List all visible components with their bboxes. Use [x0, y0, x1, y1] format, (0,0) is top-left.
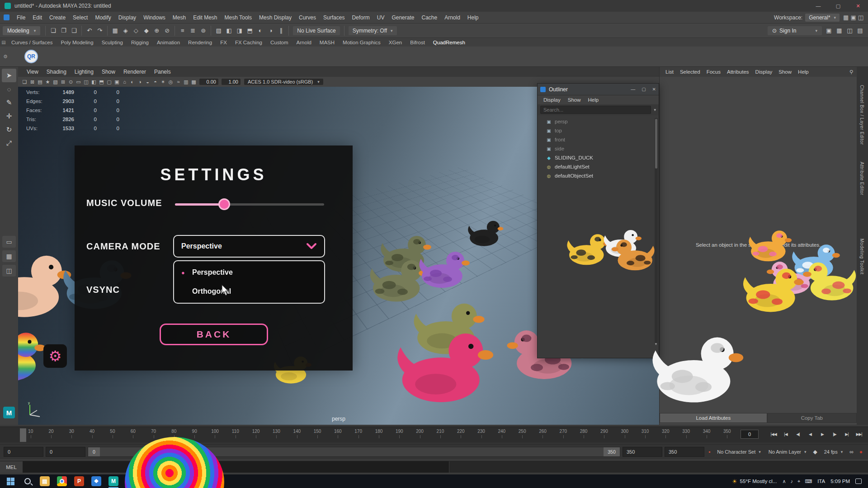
panel-menu-renderer[interactable]: Renderer	[119, 69, 150, 75]
rotate-tool[interactable]: ↻	[2, 123, 16, 136]
attr-menu-list[interactable]: List	[662, 69, 677, 75]
workspace-layout-icon[interactable]: ▦	[842, 14, 849, 21]
sign-in-button[interactable]: ⊙ Sign In ▾	[768, 26, 822, 35]
ambient-occlusion-icon[interactable]: ◒	[144, 78, 151, 86]
menu-surfaces[interactable]: Surfaces	[320, 14, 348, 21]
shadows-icon[interactable]: ◑	[136, 78, 144, 86]
attr-menu-focus[interactable]: Focus	[703, 69, 724, 75]
oversampling-icon[interactable]: ⊙	[67, 78, 75, 86]
range-end-handle[interactable]: 350	[604, 447, 620, 456]
safe-title-icon[interactable]: ▣	[113, 78, 121, 86]
outliner-maximize-button[interactable]: ▢	[642, 87, 646, 92]
menu-deform[interactable]: Deform	[348, 14, 373, 21]
snap-to-view-planes-icon[interactable]: ⊕	[151, 25, 162, 36]
select-tool[interactable]: ➤	[2, 69, 16, 82]
shelf-tab-bifrost[interactable]: Bifrost	[406, 40, 429, 45]
pin-icon[interactable]: ⚲	[849, 69, 853, 75]
taskbar-app-photos[interactable]: ❖	[88, 474, 105, 488]
shelf-tab-quadremesh[interactable]: QuadRemesh	[429, 40, 469, 45]
microphone-icon[interactable]: ⌖	[797, 479, 800, 484]
make-live-icon[interactable]: ⊘	[162, 25, 172, 36]
taskbar-app-maya[interactable]: M	[105, 474, 122, 488]
copy-tab-button[interactable]: Copy Tab	[767, 413, 857, 423]
outliner-menu-display[interactable]: Display	[540, 97, 564, 103]
snap-to-curves-icon[interactable]: ◈	[120, 25, 131, 36]
attr-menu-help[interactable]: Help	[795, 69, 812, 75]
taskbar-app-file-explorer[interactable]: ▤	[36, 474, 53, 488]
snap-to-grids-icon[interactable]: ▦	[110, 25, 120, 36]
panel-menu-panels[interactable]: Panels	[150, 69, 175, 75]
playback-end-field[interactable]: 350	[623, 447, 662, 457]
pause-viewport-icon[interactable]: ∥	[276, 25, 286, 36]
workspace-select[interactable]: General*▾	[805, 14, 840, 22]
snap-to-projected-center-icon[interactable]: ◆	[141, 25, 151, 36]
minimize-button[interactable]: —	[808, 0, 828, 12]
camera-mode-option-orthogonal[interactable]: Orthogonal	[174, 282, 324, 301]
menu-file[interactable]: File	[13, 14, 29, 21]
motion-blur-icon[interactable]: ◓	[151, 78, 159, 86]
two-pane-layout[interactable]: ◫	[2, 265, 16, 277]
outliner-close-button[interactable]: ✕	[652, 87, 656, 92]
layout-four-icon[interactable]: ▦	[834, 25, 844, 36]
side-tab-modeling-toolkit[interactable]: Modeling Toolkit	[859, 239, 864, 275]
outliner-item-sliding-duck[interactable]: ◆ SLIDING_DUCK	[538, 153, 659, 162]
gamma-field[interactable]: 1.00	[222, 79, 241, 85]
menu-windows[interactable]: Windows	[140, 14, 169, 21]
paint-select-tool[interactable]: ✎	[2, 96, 16, 109]
attr-menu-selected[interactable]: Selected	[677, 69, 703, 75]
menu-help[interactable]: Help	[464, 14, 482, 21]
panel-menu-view[interactable]: View	[23, 69, 42, 75]
playback-loop-icon[interactable]: ∞	[848, 449, 855, 455]
outliner-item-front[interactable]: ▣ front	[538, 135, 659, 144]
panel-menu-lighting[interactable]: Lighting	[71, 69, 98, 75]
chevron-down-icon[interactable]: ▾	[654, 108, 656, 112]
attr-menu-display[interactable]: Display	[752, 69, 776, 75]
image-plane-icon[interactable]: ▧	[52, 78, 59, 86]
step-back-key-button[interactable]: ◀|	[793, 429, 803, 439]
depth-of-field-icon[interactable]: ◎	[167, 78, 175, 86]
snap-to-points-icon[interactable]: ◇	[131, 25, 141, 36]
side-tab-attribute-editor[interactable]: Attribute Editor	[859, 162, 864, 195]
outliner-menu-show[interactable]: Show	[565, 97, 584, 103]
render-current-frame-icon[interactable]: ◧	[224, 25, 234, 36]
close-button[interactable]: ✕	[848, 0, 868, 12]
time-slider[interactable]: 1020304050607080901001101201301401501601…	[0, 427, 868, 443]
two-d-pan-zoom-icon[interactable]: ⊞	[59, 78, 67, 86]
menu-curves[interactable]: Curves	[295, 14, 320, 21]
save-scene-icon[interactable]: ❑	[69, 25, 79, 36]
shelf-tab-rigging[interactable]: Rigging	[127, 40, 153, 45]
outliner-menu-help[interactable]: Help	[585, 97, 602, 103]
shelf-tab-poly-modeling[interactable]: Poly Modeling	[57, 40, 97, 45]
symmetry-select[interactable]: Symmetry: Off▾	[349, 26, 397, 35]
play-forward-button[interactable]: ▶	[817, 429, 828, 439]
light-editor-icon[interactable]: ◑	[265, 25, 276, 36]
menu-edit[interactable]: Edit	[29, 14, 46, 21]
music-volume-slider[interactable]	[175, 198, 324, 211]
animation-start-field[interactable]: 0	[46, 447, 85, 457]
action-center-icon[interactable]	[855, 479, 862, 484]
outliner-item-persp[interactable]: ▣ persp	[538, 117, 659, 126]
shelf-tab-curves-surfaces[interactable]: Curves / Surfaces	[7, 40, 57, 45]
layout-two-icon[interactable]: ◫	[844, 25, 855, 36]
menu-select[interactable]: Select	[69, 14, 91, 21]
view-transform-select[interactable]: ACES 1.0 SDR-video (sRGB)▾	[244, 79, 323, 85]
camera-mode-option-perspective[interactable]: ● Perspective	[174, 263, 324, 282]
toggle-panels-icon[interactable]: ▤	[855, 25, 865, 36]
select-camera-icon[interactable]: ❏	[21, 78, 28, 86]
menu-cache[interactable]: Cache	[418, 14, 441, 21]
slider-handle[interactable]	[218, 198, 230, 210]
shelf-tab-sculpting[interactable]: Sculpting	[98, 40, 127, 45]
hypershade-icon[interactable]: ◐	[255, 25, 265, 36]
set-key-icon[interactable]: ◆	[811, 449, 819, 455]
workspace-reset-icon[interactable]: ◫	[857, 14, 864, 21]
film-gate-icon[interactable]: ▭	[75, 78, 82, 86]
ipr-render-icon[interactable]: ◨	[234, 25, 245, 36]
frame-all-icon[interactable]: ⌂	[121, 78, 128, 86]
field-chart-icon[interactable]: ⬒	[98, 78, 105, 86]
lasso-tool[interactable]: ◌	[2, 82, 16, 96]
shelf-tab-rendering[interactable]: Rendering	[184, 40, 216, 45]
panel-menu-shading[interactable]: Shading	[42, 69, 71, 75]
fog-icon[interactable]: ≈	[175, 78, 182, 86]
shelf-tab-motion-graphics[interactable]: Motion Graphics	[339, 40, 385, 45]
outliner-item-defaultlightset[interactable]: ◍ defaultLightSet	[538, 162, 659, 171]
